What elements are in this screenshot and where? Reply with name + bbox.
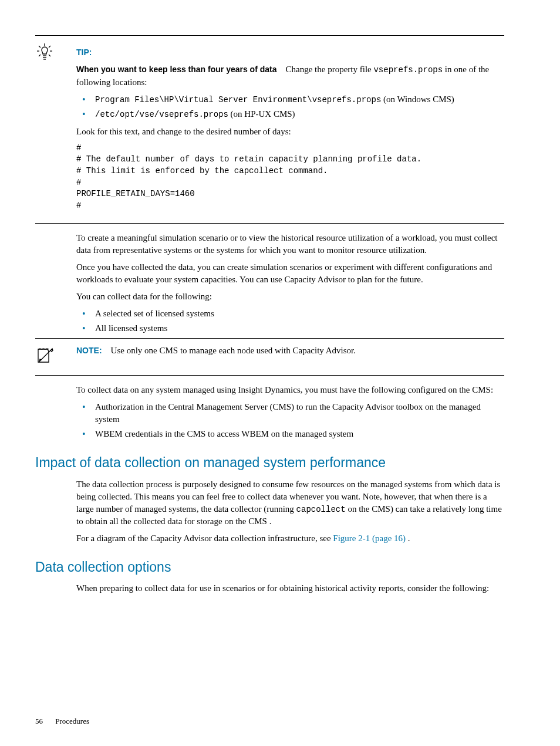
list-item-text: All licensed systems [95, 323, 167, 333]
svg-line-2 [49, 46, 50, 48]
note-callout: NOTE: Use only one CMS to manage each no… [35, 338, 504, 376]
body-p2: Once you have collected the data, you ca… [76, 261, 504, 286]
tip-lead-bold: When you want to keep less than four yea… [76, 65, 277, 74]
body-bullet-list: A selected set of licensed systems All l… [76, 308, 504, 335]
note-text: Use only one CMS to manage each node use… [111, 346, 356, 355]
list-item: All licensed systems [76, 322, 504, 335]
list-item: WBEM credentials in the CMS to access WB… [76, 428, 504, 440]
after-note-bullet-list: Authorization in the Central Management … [76, 401, 504, 440]
tip-bullet-rest: (on HP-UX CMS) [228, 109, 295, 119]
section1-p2-b: . [406, 534, 410, 543]
body-p1: To create a meaningful simulation scenar… [76, 232, 504, 256]
tip-bullet-code: /etc/opt/vse/vseprefs.props [95, 110, 228, 119]
tip-label: TIP: [76, 48, 92, 57]
section-heading-options: Data collection options [35, 558, 504, 576]
tip-code-block: # # The default number of days to retain… [76, 143, 504, 212]
tip-bullet-code: Program Files\HP\Virtual Server Environm… [95, 95, 381, 104]
tip-lead-rest1: Change the property file [286, 65, 374, 74]
section1-p2-a: For a diagram of the Capacity Advisor da… [76, 534, 333, 543]
figure-link[interactable]: Figure 2-1 (page 16) [333, 534, 406, 543]
section1-p1-code: capcollect [296, 505, 346, 514]
tip-icon [35, 42, 76, 65]
list-item: A selected set of licensed systems [76, 308, 504, 320]
section-heading-impact: Impact of data collection on managed sys… [35, 453, 504, 472]
section1-p2: For a diagram of the Capacity Advisor da… [76, 532, 504, 545]
section1-p1: The data collection process is purposely… [76, 478, 504, 528]
list-item-text: WBEM credentials in the CMS to access WB… [95, 429, 353, 438]
list-item: Program Files\HP\Virtual Server Environm… [76, 93, 504, 106]
list-item-text: Authorization in the Central Management … [95, 402, 481, 424]
list-item-text: A selected set of licensed systems [95, 309, 214, 318]
after-note-p1: To collect data on any system managed us… [76, 384, 504, 396]
tip-after-bullets: Look for this text, and change to the de… [76, 126, 504, 138]
svg-line-5 [39, 55, 41, 56]
note-label: NOTE: [76, 346, 102, 355]
svg-line-6 [49, 55, 50, 56]
note-icon [35, 345, 76, 368]
tip-bullet-rest: (on Windows CMS) [381, 94, 454, 104]
body-p3: You can collect data for the following: [76, 291, 504, 303]
svg-line-1 [39, 46, 41, 48]
tip-bullet-list: Program Files\HP\Virtual Server Environm… [76, 93, 504, 121]
tip-lead-code: vseprefs.props [373, 65, 443, 75]
tip-callout: TIP: When you want to keep less than fou… [35, 35, 504, 224]
section2-p1: When preparing to collect data for use i… [76, 582, 504, 595]
list-item: Authorization in the Central Management … [76, 401, 504, 426]
list-item: /etc/opt/vse/vseprefs.props (on HP-UX CM… [76, 108, 504, 121]
